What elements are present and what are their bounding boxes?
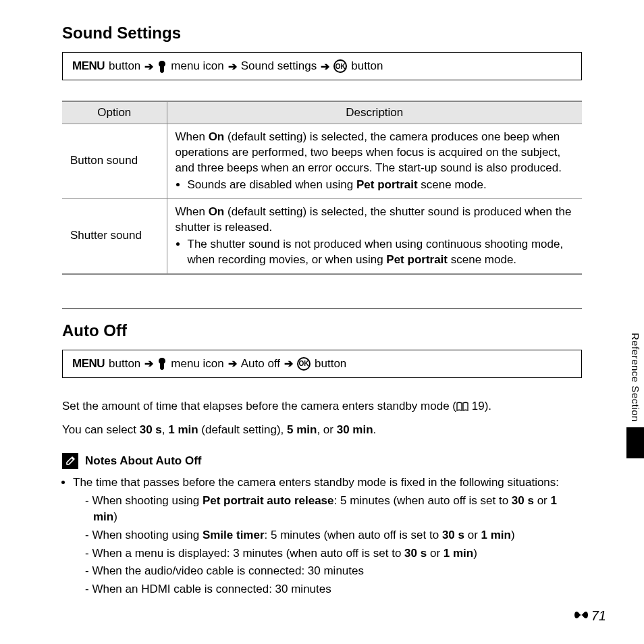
table-header-description: Description [167, 101, 582, 124]
section-divider [62, 308, 582, 309]
description-cell: When On (default setting) is selected, t… [167, 198, 582, 273]
arrow-icon: ➔ [228, 357, 237, 370]
arrow-icon: ➔ [144, 60, 153, 73]
arrow-icon: ➔ [144, 357, 153, 370]
ok-icon: OK [297, 357, 311, 371]
notes-header: Notes About Auto Off [62, 453, 582, 469]
dash-item: - When shooting using Pet portrait auto … [85, 493, 582, 526]
option-cell: Button sound [62, 124, 167, 199]
description-cell: When On (default setting) is selected, t… [167, 124, 582, 199]
menu-word: MENU [72, 59, 105, 73]
nav-text: button [351, 59, 383, 73]
nav-text: menu icon [171, 59, 223, 73]
notes-list: The time that passes before the camera e… [62, 475, 582, 597]
sound-settings-table: Option Description Button sound When On … [62, 101, 582, 275]
pencil-icon [62, 453, 78, 469]
option-cell: Shutter sound [62, 198, 167, 273]
menu-word: MENU [72, 357, 105, 371]
breadcrumb-sound-settings: MENU button ➔ menu icon ➔ Sound settings… [62, 52, 582, 80]
side-tab: Reference Section [626, 327, 644, 458]
breadcrumb-auto-off: MENU button ➔ menu icon ➔ Auto off ➔ OK … [62, 350, 582, 378]
nav-text: menu icon [171, 357, 223, 371]
book-icon [456, 400, 468, 416]
nav-text: button [315, 357, 346, 371]
dash-item: - When an HDMI cable is connected: 30 mi… [85, 581, 582, 598]
link-icon [572, 608, 590, 624]
auto-off-intro-2: You can select 30 s, 1 min (default sett… [62, 422, 582, 438]
arrow-icon: ➔ [228, 60, 237, 73]
nav-text: button [109, 357, 140, 371]
nav-text: Auto off [241, 357, 280, 371]
notes-title: Notes About Auto Off [85, 454, 201, 468]
nav-text: Sound settings [241, 59, 317, 73]
ok-icon: OK [333, 59, 347, 73]
table-header-option: Option [62, 101, 167, 124]
nav-text: button [109, 59, 140, 73]
heading-sound-settings: Sound Settings [62, 24, 582, 43]
dash-item: - When a menu is displayed: 3 minutes (w… [85, 545, 582, 562]
auto-off-intro-1: Set the amount of time that elapses befo… [62, 398, 582, 416]
table-row: Shutter sound When On (default setting) … [62, 198, 582, 273]
table-row: Button sound When On (default setting) i… [62, 124, 582, 199]
heading-auto-off: Auto Off [62, 321, 582, 340]
arrow-icon: ➔ [321, 60, 329, 73]
side-tab-marker [626, 427, 644, 458]
wrench-icon [157, 59, 167, 73]
dash-item: - When shooting using Smile timer: 5 min… [85, 527, 582, 544]
side-section-label: Reference Section [627, 327, 644, 427]
dash-item: - When the audio/video cable is connecte… [85, 563, 582, 580]
arrow-icon: ➔ [284, 357, 293, 370]
wrench-icon [157, 357, 167, 371]
page-number: 71 [572, 608, 606, 624]
note-item: The time that passes before the camera e… [73, 475, 582, 597]
